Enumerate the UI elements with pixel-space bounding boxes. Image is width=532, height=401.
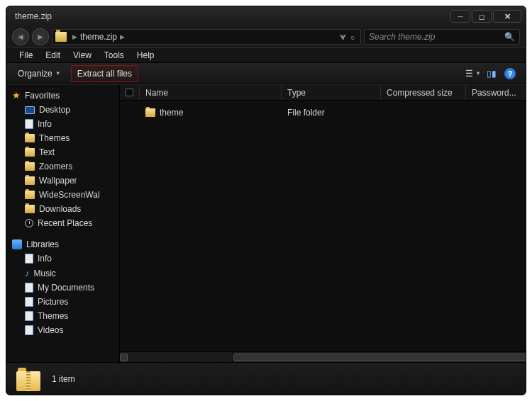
search-placeholder: Search theme.zip bbox=[369, 32, 435, 42]
sidebar-item-lib-music[interactable]: ♪Music bbox=[6, 266, 119, 281]
explorer-window: theme.zip ─ ◻ ✕ ◄ ► ▶ theme.zip ▶ ⮟ ↻ Se… bbox=[6, 6, 526, 395]
sidebar-item-recent-places[interactable]: Recent Places bbox=[6, 216, 119, 230]
statusbar-text: 1 item bbox=[52, 374, 75, 384]
column-compressed-size[interactable]: Compressed size bbox=[381, 85, 466, 100]
monitor-icon bbox=[25, 106, 35, 114]
file-name: theme bbox=[160, 108, 183, 118]
toolbar: Organize ▼ Extract all files ☰▼ ▯▮ ? bbox=[6, 63, 526, 84]
breadcrumb-current[interactable]: theme.zip bbox=[80, 32, 117, 42]
content-body: ★ Favorites Desktop Info Themes Text Zoo… bbox=[6, 84, 526, 362]
window-title: theme.zip bbox=[15, 11, 52, 21]
column-type[interactable]: Type bbox=[282, 85, 381, 100]
sidebar-item-themes[interactable]: Themes bbox=[6, 131, 119, 145]
sidebar-group-libraries: Libraries Info ♪Music My Documents Pictu… bbox=[6, 237, 119, 337]
sidebar-item-lib-themes[interactable]: Themes bbox=[6, 309, 119, 323]
sidebar-group-favorites: ★ Favorites Desktop Info Themes Text Zoo… bbox=[6, 88, 119, 230]
chevron-down-icon: ▼ bbox=[55, 70, 61, 77]
folder-icon bbox=[145, 108, 155, 117]
menu-tools[interactable]: Tools bbox=[99, 49, 130, 62]
folder-icon bbox=[25, 191, 35, 199]
folder-icon bbox=[25, 176, 35, 185]
page-icon bbox=[25, 325, 33, 335]
sidebar-item-lib-documents[interactable]: My Documents bbox=[6, 281, 119, 295]
sidebar-item-desktop[interactable]: Desktop bbox=[6, 103, 119, 117]
folder-icon bbox=[55, 32, 67, 42]
file-list[interactable]: theme File folder bbox=[120, 101, 526, 351]
maximize-button[interactable]: ◻ bbox=[472, 10, 492, 23]
file-pane: Name Type Compressed size Password... th… bbox=[120, 85, 526, 362]
page-icon bbox=[25, 311, 33, 321]
folder-icon bbox=[25, 205, 35, 213]
menu-view[interactable]: View bbox=[67, 49, 97, 62]
breadcrumb[interactable]: ▶ theme.zip ▶ ⮟ ↻ bbox=[52, 29, 361, 45]
folder-icon bbox=[25, 134, 35, 142]
close-button[interactable]: ✕ bbox=[493, 10, 521, 23]
page-icon bbox=[25, 254, 33, 264]
content-scrollbar[interactable] bbox=[120, 351, 526, 362]
menu-edit[interactable]: Edit bbox=[40, 49, 66, 62]
sidebar-item-wallpaper[interactable]: Wallpaper bbox=[6, 174, 119, 188]
file-row[interactable]: theme File folder bbox=[120, 105, 526, 120]
chevron-right-icon: ▶ bbox=[72, 33, 77, 40]
organize-button[interactable]: Organize ▼ bbox=[12, 66, 67, 81]
page-icon bbox=[25, 297, 33, 307]
checkbox-icon[interactable] bbox=[126, 89, 133, 96]
breadcrumb-dropdown[interactable]: ⮟ ↻ bbox=[340, 33, 358, 41]
view-options-button[interactable]: ☰▼ bbox=[467, 68, 479, 79]
sidebar-item-info[interactable]: Info bbox=[6, 117, 119, 131]
sidebar-header-favorites[interactable]: ★ Favorites bbox=[6, 88, 119, 103]
search-input[interactable]: Search theme.zip 🔍 bbox=[364, 29, 520, 45]
menu-help[interactable]: Help bbox=[131, 49, 160, 62]
sidebar-item-lib-info[interactable]: Info bbox=[6, 252, 119, 266]
clock-icon bbox=[25, 219, 33, 227]
statusbar: 1 item bbox=[6, 362, 526, 395]
help-icon[interactable]: ? bbox=[504, 68, 516, 79]
column-password[interactable]: Password... bbox=[466, 85, 526, 100]
music-icon: ♪ bbox=[25, 268, 30, 278]
folder-icon bbox=[25, 148, 35, 157]
star-icon: ★ bbox=[12, 90, 21, 101]
libraries-icon bbox=[12, 239, 22, 249]
file-type: File folder bbox=[282, 105, 381, 120]
page-icon bbox=[25, 283, 33, 293]
zip-folder-icon bbox=[16, 367, 43, 391]
back-button[interactable]: ◄ bbox=[12, 28, 29, 45]
chevron-right-icon: ▶ bbox=[120, 33, 125, 40]
sidebar-header-libraries[interactable]: Libraries bbox=[6, 237, 119, 252]
page-icon bbox=[25, 119, 33, 129]
sidebar-item-text[interactable]: Text bbox=[6, 145, 119, 159]
sidebar-item-zoomers[interactable]: Zoomers bbox=[6, 159, 119, 174]
folder-icon bbox=[25, 162, 35, 171]
search-icon: 🔍 bbox=[504, 32, 515, 42]
minimize-button[interactable]: ─ bbox=[450, 10, 470, 23]
preview-pane-button[interactable]: ▯▮ bbox=[486, 68, 497, 79]
menu-file[interactable]: File bbox=[13, 49, 38, 62]
sidebar-item-lib-pictures[interactable]: Pictures bbox=[6, 295, 119, 309]
column-headers: Name Type Compressed size Password... bbox=[120, 85, 526, 101]
nav-sidebar[interactable]: ★ Favorites Desktop Info Themes Text Zoo… bbox=[6, 85, 120, 362]
column-name[interactable]: Name bbox=[140, 85, 282, 100]
forward-button[interactable]: ► bbox=[32, 28, 49, 45]
column-checkbox[interactable] bbox=[120, 85, 140, 100]
nav-bar: ◄ ► ▶ theme.zip ▶ ⮟ ↻ Search theme.zip 🔍 bbox=[6, 26, 526, 47]
menubar: File Edit View Tools Help bbox=[6, 47, 526, 63]
window-controls: ─ ◻ ✕ bbox=[450, 10, 521, 23]
sidebar-item-widescreenwal[interactable]: WideScreenWal bbox=[6, 188, 119, 202]
sidebar-item-lib-videos[interactable]: Videos bbox=[6, 323, 119, 337]
sidebar-item-downloads[interactable]: Downloads bbox=[6, 202, 119, 216]
extract-all-files-button[interactable]: Extract all files bbox=[71, 65, 138, 82]
titlebar: theme.zip ─ ◻ ✕ bbox=[6, 6, 526, 26]
